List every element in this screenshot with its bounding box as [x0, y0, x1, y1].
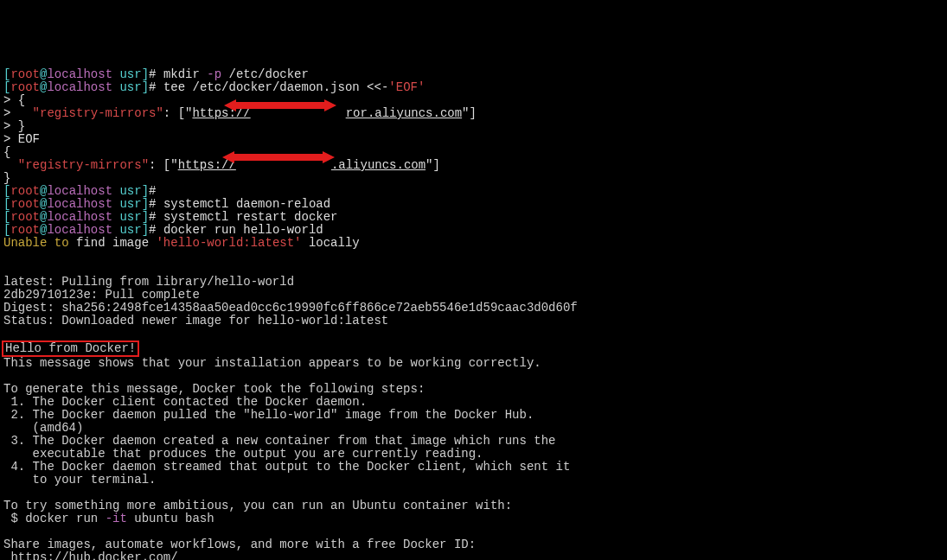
bracket: ] [142, 223, 149, 237]
w: find image [69, 236, 157, 250]
dir: usr [112, 197, 142, 211]
sep: : [" [163, 106, 193, 120]
key: "registry-mirrors" [18, 158, 149, 172]
line: [root@localhost usr]# systemctl daemon-r… [3, 197, 330, 211]
pull-line: latest: Pulling from library/hello-world [3, 275, 294, 289]
bracket: ] [142, 197, 149, 211]
w: locally [302, 236, 360, 250]
msg-line: executable that produces the output you … [3, 447, 483, 461]
w: $ docker run [3, 512, 106, 525]
msg-line: Share images, automate workflows, and mo… [3, 538, 476, 551]
terminal-output: [root@localhost usr]# mkdir -p /etc/dock… [3, 55, 944, 560]
eof: 'EOF' [388, 80, 425, 94]
out-line: "registry-mirrors": ["https://.aliyuncs.… [3, 158, 440, 172]
user: root [10, 80, 40, 94]
blank [3, 327, 10, 340]
heredoc-line: > "registry-mirrors": ["https://ror.aliy… [3, 106, 477, 120]
close: "] [426, 158, 440, 172]
line: [root@localhost usr]# systemctl restart … [3, 210, 338, 224]
out-line: } [3, 171, 10, 185]
cmd: mkdir [163, 67, 207, 81]
sep: : [" [149, 158, 178, 172]
prompt-end: # [149, 223, 163, 237]
dir: usr [112, 223, 142, 237]
prompt-end: # [149, 184, 163, 198]
prompt-end: # [149, 197, 163, 211]
blank [3, 262, 10, 276]
msg-line: To generate this message, Docker took th… [3, 382, 425, 396]
cmd: systemctl restart docker [163, 210, 338, 224]
blank [3, 525, 10, 538]
bracket: ] [142, 210, 149, 224]
msg-line: 2. The Docker daemon pulled the "hello-w… [3, 408, 534, 422]
dir: usr [112, 184, 142, 198]
user: root [10, 197, 40, 211]
user: root [10, 67, 40, 81]
url-left: https:// [178, 158, 236, 172]
msg-line: 3. The Docker daemon created a new conta… [3, 434, 556, 448]
pull-line: Status: Downloaded newer image for hello… [3, 314, 388, 328]
host: localhost [47, 67, 112, 81]
msg-line: (amd64) [3, 421, 83, 435]
flag: -it [106, 512, 127, 525]
close: "] [462, 106, 477, 120]
line: [root@localhost usr]# tee /etc/docker/da… [3, 80, 425, 94]
bracket: ] [142, 67, 149, 81]
host: localhost [47, 197, 112, 211]
host: localhost [47, 210, 112, 224]
prompt-end: # [149, 80, 163, 94]
dir: usr [112, 67, 142, 81]
msg-line: To try something more ambitious, you can… [3, 499, 512, 512]
msg-line: 1. The Docker client contacted the Docke… [3, 395, 367, 409]
key: "registry-mirrors" [33, 106, 163, 120]
msg-line: This message shows that your installatio… [3, 356, 541, 370]
unable-line: Unable to find image 'hello-world:latest… [3, 236, 360, 250]
w: 'hello-world:latest' [156, 236, 301, 250]
heredoc-line: > EOF [3, 132, 40, 146]
url-left: https:// [192, 106, 250, 120]
cmd: docker run hello-world [163, 223, 323, 237]
host: localhost [47, 223, 112, 237]
pull-line: 2db29710123e: Pull complete [3, 288, 200, 302]
line: [root@localhost usr]# mkdir -p /etc/dock… [3, 67, 309, 81]
link-hub[interactable]: https://hub.docker.com/ [3, 550, 178, 560]
msg-line: to your terminal. [3, 473, 156, 487]
url-right: ror.aliyuncs.com [346, 106, 462, 120]
pull-line: Digest: sha256:2498fce14358aa50ead0cc6c1… [3, 301, 578, 315]
heredoc-line: > } [3, 119, 25, 133]
msg-line: 4. The Docker daemon streamed that outpu… [3, 460, 570, 474]
heredoc-line: > { [3, 93, 25, 107]
hello-box: Hello from Docker! [2, 340, 139, 357]
msg-line: $ docker run -it ubuntu bash [3, 512, 214, 525]
cmd: tee /etc/docker/daemon.json <<- [163, 80, 388, 94]
prompt-end: # [149, 210, 163, 224]
blank [3, 486, 10, 500]
host: localhost [47, 184, 112, 198]
dir: usr [112, 80, 142, 94]
w: Unable [3, 236, 47, 250]
line: [root@localhost usr]# docker run hello-w… [3, 223, 323, 237]
cmd: systemctl daemon-reload [163, 197, 330, 211]
blank [3, 369, 10, 383]
user: root [10, 210, 40, 224]
indent: > [3, 106, 33, 120]
dir: usr [112, 210, 142, 224]
user: root [10, 184, 40, 198]
prompt-end: # [149, 67, 163, 81]
flag: -p [207, 67, 221, 81]
bracket: ] [142, 184, 149, 198]
line: [root@localhost usr]# [3, 184, 163, 198]
indent [3, 158, 18, 172]
host: localhost [47, 80, 112, 94]
url-right: .aliyuncs.com [331, 158, 426, 172]
w: ubuntu bash [127, 512, 214, 525]
hello-text: Hello from Docker! [5, 341, 136, 355]
out-line: { [3, 145, 10, 159]
user: root [10, 223, 40, 237]
bracket: ] [142, 80, 149, 94]
arg: /etc/docker [221, 67, 309, 81]
w: to [47, 236, 68, 250]
